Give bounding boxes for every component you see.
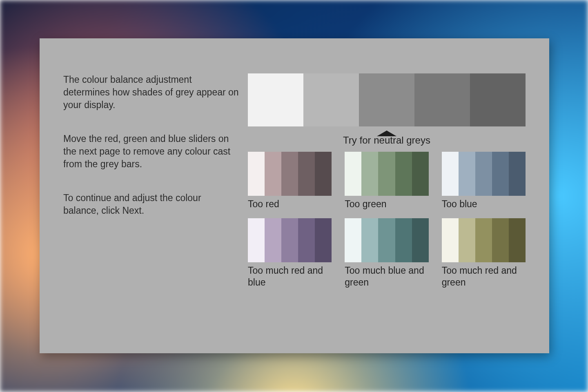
colour-cast-bar bbox=[492, 152, 509, 196]
neutral-grey-bar-2 bbox=[359, 73, 414, 126]
colour-cast-label: Too blue bbox=[442, 198, 526, 210]
colour-cast-bar bbox=[265, 152, 281, 196]
colour-cast-bar bbox=[361, 218, 378, 262]
colour-cast-bar bbox=[442, 152, 459, 196]
colour-cast-bar bbox=[281, 152, 298, 196]
colour-cast-strip-3 bbox=[248, 218, 332, 262]
colour-cast-bar bbox=[442, 218, 459, 262]
colour-cast-sample-1: Too green bbox=[345, 152, 428, 210]
colour-cast-bar bbox=[412, 152, 429, 196]
neutral-grey-bar-4 bbox=[470, 73, 526, 126]
colour-cast-label: Too green bbox=[345, 198, 428, 210]
colour-cast-bar bbox=[459, 152, 475, 196]
instruction-column: The colour balance adjustment determines… bbox=[63, 73, 239, 329]
instruction-paragraph-2: Move the red, green and blue sliders on … bbox=[63, 133, 239, 171]
neutral-grey-strip bbox=[248, 73, 526, 126]
colour-cast-bar bbox=[378, 218, 395, 262]
colour-cast-bar bbox=[248, 152, 265, 196]
colour-cast-bar bbox=[345, 218, 361, 262]
colour-cast-sample-0: Too red bbox=[248, 152, 332, 210]
colour-cast-strip-2 bbox=[442, 152, 526, 196]
colour-cast-strip-1 bbox=[345, 152, 428, 196]
colour-cast-bar bbox=[361, 152, 378, 196]
colour-cast-label: Too much blue and green bbox=[345, 265, 428, 288]
neutral-pointer-label: Try for neutral greys bbox=[343, 135, 430, 146]
neutral-grey-bar-3 bbox=[414, 73, 470, 126]
neutral-grey-bar-1 bbox=[303, 73, 359, 126]
colour-cast-bar bbox=[248, 218, 265, 262]
samples-column: Try for neutral greys Too redToo greenTo… bbox=[239, 73, 526, 329]
colour-cast-bar bbox=[265, 218, 281, 262]
colour-cast-bar bbox=[475, 218, 492, 262]
colour-cast-label: Too red bbox=[248, 198, 332, 210]
colour-cast-bar bbox=[475, 152, 492, 196]
colour-cast-bar bbox=[378, 152, 395, 196]
colour-cast-bar bbox=[298, 218, 315, 262]
colour-cast-sample-3: Too much red and blue bbox=[248, 218, 332, 288]
colour-cast-sample-grid: Too redToo greenToo blueToo much red and… bbox=[248, 152, 526, 288]
colour-cast-strip-4 bbox=[345, 218, 428, 262]
colour-cast-bar bbox=[459, 218, 475, 262]
colour-cast-bar bbox=[509, 218, 526, 262]
neutral-grey-bar-0 bbox=[248, 73, 303, 126]
colour-cast-bar bbox=[315, 218, 332, 262]
colour-cast-bar bbox=[395, 152, 412, 196]
colour-cast-bar bbox=[395, 218, 412, 262]
colour-cast-bar bbox=[345, 152, 361, 196]
colour-cast-bar bbox=[492, 218, 509, 262]
colour-cast-strip-5 bbox=[442, 218, 526, 262]
colour-cast-bar bbox=[298, 152, 315, 196]
neutral-pointer: Try for neutral greys bbox=[248, 131, 526, 146]
colour-cast-bar bbox=[315, 152, 332, 196]
colour-cast-bar bbox=[412, 218, 429, 262]
colour-balance-panel: The colour balance adjustment determines… bbox=[40, 38, 549, 353]
colour-cast-label: Too much red and blue bbox=[248, 265, 332, 288]
colour-cast-sample-5: Too much red and green bbox=[442, 218, 526, 288]
colour-cast-sample-4: Too much blue and green bbox=[345, 218, 428, 288]
instruction-paragraph-3: To continue and adjust the colour balanc… bbox=[63, 192, 239, 217]
colour-cast-label: Too much red and green bbox=[442, 265, 526, 288]
colour-cast-bar bbox=[509, 152, 526, 196]
colour-cast-bar bbox=[281, 218, 298, 262]
colour-cast-sample-2: Too blue bbox=[442, 152, 526, 210]
instruction-paragraph-1: The colour balance adjustment determines… bbox=[63, 73, 239, 111]
colour-cast-strip-0 bbox=[248, 152, 332, 196]
